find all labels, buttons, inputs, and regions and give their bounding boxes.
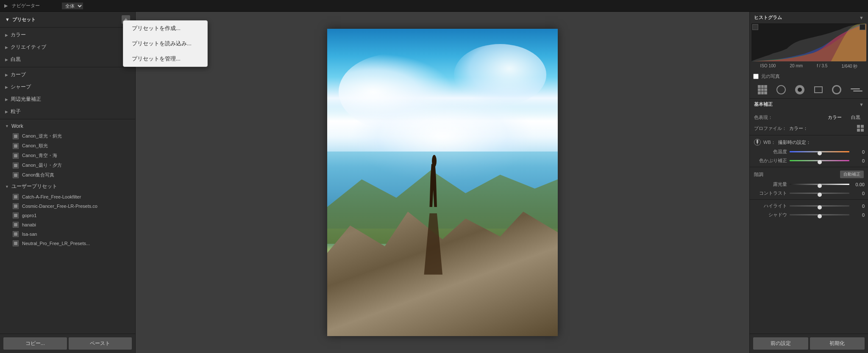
color-expression-row: 色表現： カラー 白黒 <box>750 112 868 123</box>
prev-setting-button[interactable]: 前の設定 <box>753 337 808 350</box>
preset-group-lens: ▶ 周辺光量補正 <box>0 94 135 105</box>
group-label: ユーザープリセット <box>11 183 57 190</box>
preset-item[interactable]: Canon_曇り・夕方 <box>0 160 135 170</box>
histogram-label: ヒストグラム <box>754 14 782 21</box>
divider <box>0 67 135 67</box>
exposure-slider[interactable] <box>790 182 849 188</box>
preset-group-sharp-header[interactable]: ▶ シャープ <box>0 81 135 93</box>
preset-icon <box>13 172 19 178</box>
preset-icon <box>13 240 19 246</box>
sliders-icon <box>851 87 860 93</box>
shadow-clipping-indicator[interactable] <box>752 24 758 30</box>
import-preset-item[interactable]: プリセットを読み込み... <box>123 36 136 51</box>
profile-grid-icon[interactable] <box>857 125 864 132</box>
color-mode-button[interactable]: カラー <box>824 113 845 121</box>
left-panel: ▼ プリセット + プリセットを作成... プリセットを読み込み... プリセッ… <box>0 12 136 353</box>
tint-slider[interactable] <box>790 158 849 164</box>
right-panel: ヒストグラム ▼ ISO 100 20 mm f / <box>749 12 868 353</box>
rect-tool-button[interactable] <box>813 85 824 94</box>
arrow-icon: ▶ <box>5 110 8 114</box>
highlight-label: ハイライト <box>753 203 787 209</box>
iso-value: ISO 100 <box>760 63 776 69</box>
slider-tool-button[interactable] <box>849 85 861 94</box>
preset-group-color-header[interactable]: ▶ カラー <box>0 29 135 41</box>
group-label: シャープ <box>11 83 31 91</box>
preset-item[interactable]: Cosmic-Dancer_Free-LR-Presets.co <box>0 201 135 211</box>
temperature-slider[interactable] <box>790 149 849 155</box>
right-panel-content: 色表現： カラー 白黒 プロファイル： カラー： <box>750 110 868 334</box>
group-label: Work <box>11 123 23 129</box>
shadow-label: シャドウ <box>753 212 787 218</box>
copy-button[interactable]: コピー... <box>3 337 67 350</box>
preset-icon <box>13 231 19 237</box>
grid-icon <box>758 85 767 94</box>
circle-ring-tool-button[interactable] <box>831 84 843 96</box>
grid-tool-button[interactable] <box>757 84 768 96</box>
preset-group-bw: ▶ 白黒 <box>0 54 135 65</box>
preset-item[interactable]: Canon_青空・海 <box>0 151 135 160</box>
navigator-section: ▶ ナビゲーター 全体 フル 1:1 1:4 <box>4 3 83 9</box>
preset-group-curve: ▶ カーブ <box>0 69 135 80</box>
highlight-slider[interactable] <box>790 203 849 209</box>
preset-group-grain-header[interactable]: ▶ 粒子 <box>0 106 135 117</box>
arrow-icon: ▶ <box>5 73 8 77</box>
preset-item[interactable]: Canon_順光 <box>0 141 135 151</box>
contrast-slider[interactable] <box>790 190 849 196</box>
play-icon: ▶ <box>4 3 8 8</box>
preset-group-curve-header[interactable]: ▶ カーブ <box>0 69 135 80</box>
wb-row: WB： 撮影時の設定： <box>750 137 868 147</box>
shadow-slider[interactable] <box>790 212 849 218</box>
triangle-icon: ▼ <box>5 17 10 22</box>
preset-group-work-header[interactable]: ▼ Work <box>0 121 135 131</box>
highlight-value: 0 <box>852 204 865 209</box>
preset-group-bw-header[interactable]: ▶ 白黒 <box>0 54 135 65</box>
manage-preset-item[interactable]: プリセットを管理... <box>123 51 136 66</box>
preset-item-label: Catch-A-Fire_Free-Lookfilter <box>22 194 81 199</box>
preset-item[interactable]: Canon集合写真 <box>0 170 135 180</box>
preset-item[interactable]: Catch-A-Fire_Free-Lookfilter <box>0 192 135 201</box>
panel-bottom: コピー... ペースト <box>0 334 135 353</box>
init-button[interactable]: 初期化 <box>810 337 865 350</box>
tint-label: 色かぶり補正 <box>753 157 787 164</box>
divider <box>750 199 868 200</box>
profile-value: カラー： <box>789 125 808 132</box>
view-mode-select[interactable]: 全体 フル 1:1 1:4 <box>62 3 83 9</box>
arrow-icon: ▶ <box>5 97 8 102</box>
preset-item-label: Canon_曇り・夕方 <box>22 162 62 168</box>
arrow-icon: ▶ <box>5 85 8 89</box>
preset-group-creative-header[interactable]: ▶ クリエイティブ <box>0 41 135 53</box>
preset-group-user-header[interactable]: ▼ ユーザープリセット <box>0 181 135 192</box>
arrow-icon: ▼ <box>5 124 9 128</box>
group-label: 白黒 <box>11 56 21 63</box>
circle-filled-tool-button[interactable] <box>794 84 806 96</box>
preset-group-grain: ▶ 粒子 <box>0 106 135 117</box>
shutter-value: 1/640 秒 <box>842 63 858 69</box>
preset-item[interactable]: gopro1 <box>0 211 135 220</box>
paste-button[interactable]: ペースト <box>69 337 132 350</box>
basic-adjust-label: 基本補正 <box>754 101 773 108</box>
original-photo-checkbox[interactable] <box>753 74 759 79</box>
auto-correct-button[interactable]: 自動補正 <box>840 171 864 178</box>
preset-group-color: ▶ カラー <box>0 29 135 41</box>
eyedropper-icon[interactable] <box>754 139 761 146</box>
tool-row <box>750 81 868 99</box>
circle-ring-icon <box>832 85 841 94</box>
contrast-row: コントラスト 0 <box>750 189 868 198</box>
create-preset-item[interactable]: プリセットを作成... <box>123 21 136 36</box>
photo-frame <box>327 29 558 336</box>
preset-item[interactable]: lsa-san <box>0 229 135 239</box>
preset-item-label: Canon_逆光・斜光 <box>22 133 62 139</box>
arrow-icon: ▶ <box>5 58 8 62</box>
contrast-value: 0 <box>852 191 865 196</box>
preset-item[interactable]: hanabi <box>0 220 135 229</box>
circle-tool-button[interactable] <box>775 84 787 96</box>
preset-group-lens-header[interactable]: ▶ 周辺光量補正 <box>0 94 135 105</box>
preset-list: ▶ カラー ▶ クリエイティブ ▶ 白黒 <box>0 28 135 334</box>
preset-item[interactable]: Neutral_Pro_Free_LR_Presets... <box>0 239 135 248</box>
navigator-label: ナビゲーター <box>12 3 40 9</box>
circle-icon <box>776 85 786 94</box>
highlight-clipping-indicator[interactable] <box>860 24 865 30</box>
bw-mode-button[interactable]: 白黒 <box>848 113 864 121</box>
histogram-area <box>751 23 866 61</box>
preset-item[interactable]: Canon_逆光・斜光 <box>0 131 135 141</box>
